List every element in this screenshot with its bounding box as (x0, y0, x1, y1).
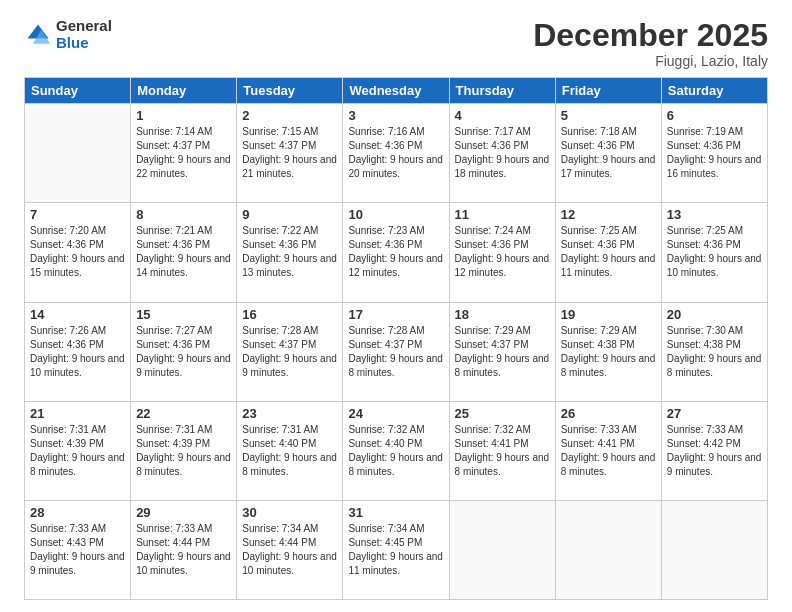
logo-blue: Blue (56, 35, 112, 52)
cell-info: Sunrise: 7:29 AMSunset: 4:38 PMDaylight:… (561, 324, 656, 380)
day-number: 1 (136, 108, 231, 123)
cell-info: Sunrise: 7:25 AMSunset: 4:36 PMDaylight:… (561, 224, 656, 280)
cell-info: Sunrise: 7:32 AMSunset: 4:41 PMDaylight:… (455, 423, 550, 479)
location-subtitle: Fiuggi, Lazio, Italy (533, 53, 768, 69)
logo: General Blue (24, 18, 112, 51)
day-number: 28 (30, 505, 125, 520)
cell-info: Sunrise: 7:33 AMSunset: 4:42 PMDaylight:… (667, 423, 762, 479)
cell-info: Sunrise: 7:32 AMSunset: 4:40 PMDaylight:… (348, 423, 443, 479)
calendar-cell: 28Sunrise: 7:33 AMSunset: 4:43 PMDayligh… (25, 500, 131, 599)
day-number: 5 (561, 108, 656, 123)
calendar-week-1: 1Sunrise: 7:14 AMSunset: 4:37 PMDaylight… (25, 104, 768, 203)
calendar-cell: 6Sunrise: 7:19 AMSunset: 4:36 PMDaylight… (661, 104, 767, 203)
calendar-cell (25, 104, 131, 203)
calendar-cell: 2Sunrise: 7:15 AMSunset: 4:37 PMDaylight… (237, 104, 343, 203)
cell-info: Sunrise: 7:28 AMSunset: 4:37 PMDaylight:… (348, 324, 443, 380)
cell-info: Sunrise: 7:27 AMSunset: 4:36 PMDaylight:… (136, 324, 231, 380)
weekday-header-tuesday: Tuesday (237, 78, 343, 104)
day-number: 3 (348, 108, 443, 123)
day-number: 4 (455, 108, 550, 123)
calendar-cell: 27Sunrise: 7:33 AMSunset: 4:42 PMDayligh… (661, 401, 767, 500)
day-number: 18 (455, 307, 550, 322)
calendar-cell: 1Sunrise: 7:14 AMSunset: 4:37 PMDaylight… (131, 104, 237, 203)
calendar-cell: 9Sunrise: 7:22 AMSunset: 4:36 PMDaylight… (237, 203, 343, 302)
cell-info: Sunrise: 7:21 AMSunset: 4:36 PMDaylight:… (136, 224, 231, 280)
day-number: 10 (348, 207, 443, 222)
cell-info: Sunrise: 7:33 AMSunset: 4:43 PMDaylight:… (30, 522, 125, 578)
day-number: 2 (242, 108, 337, 123)
title-block: December 2025 Fiuggi, Lazio, Italy (533, 18, 768, 69)
cell-info: Sunrise: 7:20 AMSunset: 4:36 PMDaylight:… (30, 224, 125, 280)
page: General Blue December 2025 Fiuggi, Lazio… (0, 0, 792, 612)
day-number: 8 (136, 207, 231, 222)
cell-info: Sunrise: 7:34 AMSunset: 4:45 PMDaylight:… (348, 522, 443, 578)
calendar-cell: 3Sunrise: 7:16 AMSunset: 4:36 PMDaylight… (343, 104, 449, 203)
day-number: 16 (242, 307, 337, 322)
calendar-cell (449, 500, 555, 599)
calendar-cell: 16Sunrise: 7:28 AMSunset: 4:37 PMDayligh… (237, 302, 343, 401)
day-number: 15 (136, 307, 231, 322)
cell-info: Sunrise: 7:16 AMSunset: 4:36 PMDaylight:… (348, 125, 443, 181)
cell-info: Sunrise: 7:28 AMSunset: 4:37 PMDaylight:… (242, 324, 337, 380)
calendar-cell: 14Sunrise: 7:26 AMSunset: 4:36 PMDayligh… (25, 302, 131, 401)
day-number: 22 (136, 406, 231, 421)
calendar-cell: 30Sunrise: 7:34 AMSunset: 4:44 PMDayligh… (237, 500, 343, 599)
day-number: 9 (242, 207, 337, 222)
calendar-week-3: 14Sunrise: 7:26 AMSunset: 4:36 PMDayligh… (25, 302, 768, 401)
day-number: 12 (561, 207, 656, 222)
weekday-header-friday: Friday (555, 78, 661, 104)
calendar-week-2: 7Sunrise: 7:20 AMSunset: 4:36 PMDaylight… (25, 203, 768, 302)
calendar-cell: 20Sunrise: 7:30 AMSunset: 4:38 PMDayligh… (661, 302, 767, 401)
calendar-cell: 13Sunrise: 7:25 AMSunset: 4:36 PMDayligh… (661, 203, 767, 302)
calendar-cell: 26Sunrise: 7:33 AMSunset: 4:41 PMDayligh… (555, 401, 661, 500)
cell-info: Sunrise: 7:30 AMSunset: 4:38 PMDaylight:… (667, 324, 762, 380)
day-number: 7 (30, 207, 125, 222)
calendar-week-4: 21Sunrise: 7:31 AMSunset: 4:39 PMDayligh… (25, 401, 768, 500)
day-number: 17 (348, 307, 443, 322)
cell-info: Sunrise: 7:25 AMSunset: 4:36 PMDaylight:… (667, 224, 762, 280)
calendar-cell: 8Sunrise: 7:21 AMSunset: 4:36 PMDaylight… (131, 203, 237, 302)
weekday-header-monday: Monday (131, 78, 237, 104)
cell-info: Sunrise: 7:19 AMSunset: 4:36 PMDaylight:… (667, 125, 762, 181)
calendar-table: SundayMondayTuesdayWednesdayThursdayFrid… (24, 77, 768, 600)
header: General Blue December 2025 Fiuggi, Lazio… (24, 18, 768, 69)
calendar-week-5: 28Sunrise: 7:33 AMSunset: 4:43 PMDayligh… (25, 500, 768, 599)
cell-info: Sunrise: 7:18 AMSunset: 4:36 PMDaylight:… (561, 125, 656, 181)
cell-info: Sunrise: 7:22 AMSunset: 4:36 PMDaylight:… (242, 224, 337, 280)
cell-info: Sunrise: 7:26 AMSunset: 4:36 PMDaylight:… (30, 324, 125, 380)
day-number: 20 (667, 307, 762, 322)
calendar-cell: 29Sunrise: 7:33 AMSunset: 4:44 PMDayligh… (131, 500, 237, 599)
calendar-cell: 25Sunrise: 7:32 AMSunset: 4:41 PMDayligh… (449, 401, 555, 500)
weekday-header-row: SundayMondayTuesdayWednesdayThursdayFrid… (25, 78, 768, 104)
day-number: 24 (348, 406, 443, 421)
calendar-cell: 19Sunrise: 7:29 AMSunset: 4:38 PMDayligh… (555, 302, 661, 401)
calendar-cell: 4Sunrise: 7:17 AMSunset: 4:36 PMDaylight… (449, 104, 555, 203)
cell-info: Sunrise: 7:24 AMSunset: 4:36 PMDaylight:… (455, 224, 550, 280)
cell-info: Sunrise: 7:23 AMSunset: 4:36 PMDaylight:… (348, 224, 443, 280)
calendar-cell: 21Sunrise: 7:31 AMSunset: 4:39 PMDayligh… (25, 401, 131, 500)
day-number: 14 (30, 307, 125, 322)
calendar-cell: 24Sunrise: 7:32 AMSunset: 4:40 PMDayligh… (343, 401, 449, 500)
day-number: 11 (455, 207, 550, 222)
weekday-header-thursday: Thursday (449, 78, 555, 104)
month-title: December 2025 (533, 18, 768, 53)
day-number: 23 (242, 406, 337, 421)
calendar-cell: 10Sunrise: 7:23 AMSunset: 4:36 PMDayligh… (343, 203, 449, 302)
calendar-cell: 11Sunrise: 7:24 AMSunset: 4:36 PMDayligh… (449, 203, 555, 302)
calendar-cell: 15Sunrise: 7:27 AMSunset: 4:36 PMDayligh… (131, 302, 237, 401)
cell-info: Sunrise: 7:33 AMSunset: 4:41 PMDaylight:… (561, 423, 656, 479)
cell-info: Sunrise: 7:15 AMSunset: 4:37 PMDaylight:… (242, 125, 337, 181)
calendar-cell: 31Sunrise: 7:34 AMSunset: 4:45 PMDayligh… (343, 500, 449, 599)
day-number: 30 (242, 505, 337, 520)
calendar-cell (661, 500, 767, 599)
cell-info: Sunrise: 7:31 AMSunset: 4:39 PMDaylight:… (136, 423, 231, 479)
cell-info: Sunrise: 7:31 AMSunset: 4:40 PMDaylight:… (242, 423, 337, 479)
calendar-cell: 7Sunrise: 7:20 AMSunset: 4:36 PMDaylight… (25, 203, 131, 302)
day-number: 19 (561, 307, 656, 322)
cell-info: Sunrise: 7:31 AMSunset: 4:39 PMDaylight:… (30, 423, 125, 479)
calendar-cell: 23Sunrise: 7:31 AMSunset: 4:40 PMDayligh… (237, 401, 343, 500)
logo-general: General (56, 18, 112, 35)
calendar-cell (555, 500, 661, 599)
day-number: 31 (348, 505, 443, 520)
cell-info: Sunrise: 7:33 AMSunset: 4:44 PMDaylight:… (136, 522, 231, 578)
